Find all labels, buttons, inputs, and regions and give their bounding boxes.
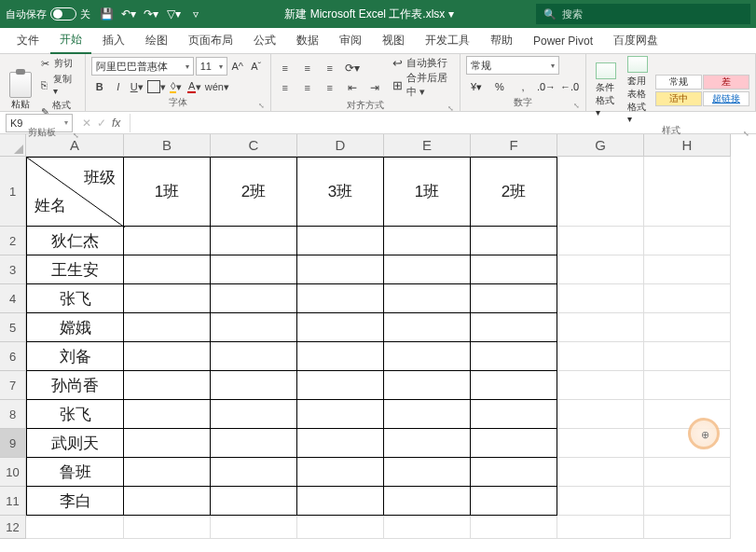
autosave-toggle[interactable]: 自动保存 关 [6, 7, 90, 21]
row-header-11[interactable]: 11 [0, 487, 26, 516]
cell-A5[interactable]: 嫦娥 [26, 313, 124, 342]
align-middle-button[interactable]: ≡ [299, 60, 316, 76]
align-center-button[interactable]: ≡ [299, 79, 316, 96]
font-name-combo[interactable]: 阿里巴巴普惠体▾ [91, 57, 194, 76]
tab-layout[interactable]: 页面布局 [179, 28, 242, 53]
decrease-decimal-button[interactable]: ←.0 [559, 77, 580, 96]
cell-C2[interactable] [211, 227, 297, 255]
cell-B9[interactable] [124, 429, 211, 458]
increase-indent-button[interactable]: ⇥ [366, 79, 383, 96]
col-header-F[interactable]: F [471, 134, 557, 157]
cell-E8[interactable] [384, 400, 471, 429]
cell-B10[interactable] [124, 458, 211, 487]
cell-F2[interactable] [471, 227, 557, 255]
cell-A2[interactable]: 狄仁杰 [26, 227, 124, 255]
row-header-4[interactable]: 4 [0, 284, 26, 313]
cell-H7[interactable] [644, 371, 731, 400]
cell-G7[interactable] [557, 371, 644, 400]
wrap-text-button[interactable]: ↩自动换行 [392, 56, 454, 70]
tab-view[interactable]: 视图 [373, 28, 414, 53]
bold-button[interactable]: B [91, 78, 108, 95]
cell-C11[interactable] [211, 487, 297, 516]
number-format-combo[interactable]: 常规▾ [466, 56, 559, 75]
cell-D7[interactable] [297, 371, 384, 400]
style-link[interactable]: 超链接 [703, 91, 749, 106]
align-right-button[interactable]: ≡ [322, 79, 338, 96]
search-box[interactable]: 🔍 搜索 [536, 4, 750, 24]
cell-H11[interactable] [644, 487, 731, 516]
cancel-icon[interactable]: ✕ [82, 117, 91, 130]
row-header-10[interactable]: 10 [0, 458, 26, 487]
col-header-E[interactable]: E [384, 134, 471, 157]
cell-D1[interactable]: 3班 [297, 157, 384, 227]
cell-C7[interactable] [211, 371, 297, 400]
cell-A10[interactable]: 鲁班 [26, 458, 124, 487]
style-neutral[interactable]: 适中 [655, 91, 702, 106]
cell-C9[interactable] [211, 429, 297, 458]
select-all-corner[interactable] [0, 134, 26, 157]
cell-H10[interactable] [644, 458, 731, 487]
row-header-6[interactable]: 6 [0, 342, 26, 371]
accounting-format-button[interactable]: ¥▾ [466, 77, 487, 96]
align-left-button[interactable]: ≡ [277, 79, 294, 96]
cell-C10[interactable] [211, 458, 297, 487]
cell-G8[interactable] [557, 400, 644, 429]
cell-A8[interactable]: 张飞 [26, 400, 124, 429]
cell-G11[interactable] [557, 487, 644, 516]
cell-F8[interactable] [471, 400, 557, 429]
cell-H8[interactable] [644, 400, 731, 429]
tab-home[interactable]: 开始 [50, 27, 91, 54]
cell-D3[interactable] [297, 255, 384, 284]
cell-E12[interactable] [384, 516, 471, 539]
cell-H3[interactable] [644, 255, 731, 284]
percent-format-button[interactable]: % [489, 77, 510, 96]
cell-E7[interactable] [384, 371, 471, 400]
redo-icon[interactable]: ↷▾ [144, 7, 158, 21]
row-header-12[interactable]: 12 [0, 516, 26, 539]
cell-C8[interactable] [211, 400, 297, 429]
cell-G4[interactable] [557, 284, 644, 313]
row-header-7[interactable]: 7 [0, 371, 26, 400]
cell-G9[interactable] [557, 429, 644, 458]
cell-D8[interactable] [297, 400, 384, 429]
italic-button[interactable]: I [110, 78, 127, 95]
row-header-3[interactable]: 3 [0, 255, 26, 284]
col-header-D[interactable]: D [297, 134, 384, 157]
phonetic-button[interactable]: wén▾ [205, 78, 229, 95]
cell-D6[interactable] [297, 342, 384, 371]
save-icon[interactable]: 💾 [100, 7, 113, 21]
cell-C5[interactable] [211, 313, 297, 342]
cell-H5[interactable] [644, 313, 731, 342]
cell-B12[interactable] [124, 516, 211, 539]
tab-formula[interactable]: 公式 [244, 28, 285, 53]
cell-A3[interactable]: 王生安 [26, 255, 124, 284]
tab-insert[interactable]: 插入 [93, 28, 134, 53]
style-bad[interactable]: 差 [703, 75, 749, 90]
cell-C1[interactable]: 2班 [211, 157, 297, 227]
cell-H4[interactable] [644, 284, 731, 313]
cell-G1[interactable] [557, 157, 644, 227]
cell-E2[interactable] [384, 227, 471, 255]
tab-file[interactable]: 文件 [7, 28, 48, 53]
cell-B6[interactable] [124, 342, 211, 371]
tab-data[interactable]: 数据 [287, 28, 328, 53]
cell-D5[interactable] [297, 313, 384, 342]
cell-E11[interactable] [384, 487, 471, 516]
cell-B2[interactable] [124, 227, 211, 255]
row-header-5[interactable]: 5 [0, 313, 26, 342]
cell-F9[interactable] [471, 429, 557, 458]
cell-B3[interactable] [124, 255, 211, 284]
cell-F6[interactable] [471, 342, 557, 371]
comma-format-button[interactable]: , [513, 77, 533, 96]
tab-draw[interactable]: 绘图 [136, 28, 177, 53]
align-bottom-button[interactable]: ≡ [322, 60, 338, 76]
cell-C12[interactable] [211, 516, 297, 539]
font-size-combo[interactable]: 11▾ [196, 57, 227, 76]
cell-E6[interactable] [384, 342, 471, 371]
cell-A4[interactable]: 张飞 [26, 284, 124, 313]
cell-F12[interactable] [471, 516, 557, 539]
cell-C6[interactable] [211, 342, 297, 371]
increase-decimal-button[interactable]: .0→ [536, 77, 557, 96]
cell-B4[interactable] [124, 284, 211, 313]
cell-A12[interactable] [26, 516, 124, 539]
